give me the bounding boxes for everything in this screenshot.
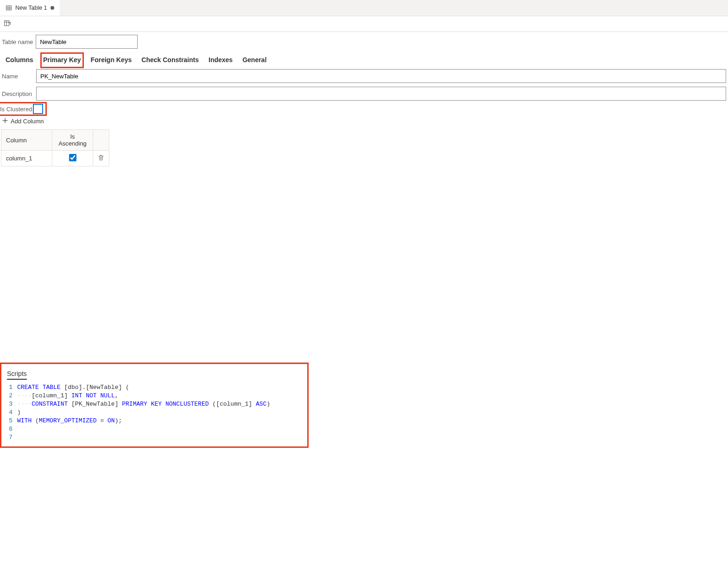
plus-icon [2, 117, 8, 125]
pk-columns-table: Column Is Ascending column_1 [1, 129, 109, 166]
add-column-button[interactable]: Add Column [0, 115, 46, 128]
table-header-row: Column Is Ascending [1, 130, 109, 151]
line-number: 7 [7, 433, 17, 442]
line-number: 3 [7, 400, 17, 408]
file-tab-new-table[interactable]: New Table 1 [0, 0, 60, 16]
pk-desc-input[interactable] [36, 87, 726, 101]
tab-general[interactable]: General [241, 53, 268, 67]
dirty-indicator-icon [51, 6, 54, 10]
file-tab-label: New Table 1 [15, 5, 47, 11]
ascending-checkbox[interactable] [69, 154, 76, 161]
tab-check-constraints[interactable]: Check Constraints [139, 53, 201, 67]
pk-desc-label: Description [2, 90, 34, 97]
delete-row-button[interactable] [98, 155, 104, 162]
scripts-title: Scripts [7, 370, 27, 380]
cell-actions [93, 151, 109, 166]
table-icon [6, 5, 12, 11]
table-name-label: Table name [2, 38, 33, 45]
code-line: 4) [7, 408, 302, 417]
cell-column-name[interactable]: column_1 [1, 151, 52, 166]
code-line: 5WITH (MEMORY_OPTIMIZED = ON); [7, 417, 302, 425]
code-line: 6 [7, 425, 302, 433]
col-header-column: Column [1, 130, 52, 151]
line-number: 2 [7, 392, 17, 400]
script-editor[interactable]: 1CREATE TABLE [dbo].[NewTable] (2····[co… [7, 383, 302, 442]
publish-icon[interactable] [4, 19, 11, 28]
editor-tab-bar: New Table 1 [0, 0, 728, 16]
line-number: 4 [7, 408, 17, 417]
scripts-panel: Scripts 1CREATE TABLE [dbo].[NewTable] (… [1, 364, 307, 446]
add-column-label: Add Column [11, 118, 44, 125]
code-line: 1CREATE TABLE [dbo].[NewTable] ( [7, 383, 302, 392]
code-line: 3····CONSTRAINT [PK_NewTable] PRIMARY KE… [7, 400, 302, 408]
table-name-input[interactable] [36, 35, 138, 49]
col-header-actions [93, 130, 109, 151]
designer-toolbar [0, 16, 728, 32]
line-number: 6 [7, 425, 17, 433]
col-header-ascending: Is Ascending [52, 130, 93, 151]
clustered-label: Is Clustered [0, 106, 32, 113]
code-line: 2····[column_1] INT NOT NULL, [7, 392, 302, 400]
pk-name-input[interactable] [36, 69, 726, 83]
tab-foreign-keys[interactable]: Foreign Keys [89, 53, 134, 67]
line-number: 1 [7, 383, 17, 392]
tab-primary-key[interactable]: Primary Key [41, 53, 83, 67]
pk-name-label: Name [2, 73, 34, 80]
tab-indexes[interactable]: Indexes [207, 53, 234, 67]
tab-columns[interactable]: Columns [4, 53, 35, 67]
table-row[interactable]: column_1 [1, 151, 109, 166]
svg-rect-0 [6, 6, 11, 10]
clustered-checkbox[interactable] [33, 104, 43, 114]
line-number: 5 [7, 417, 17, 425]
cell-is-ascending [52, 151, 93, 166]
code-line: 7 [7, 433, 302, 442]
designer-tab-strip: Columns Primary Key Foreign Keys Check C… [0, 51, 728, 67]
